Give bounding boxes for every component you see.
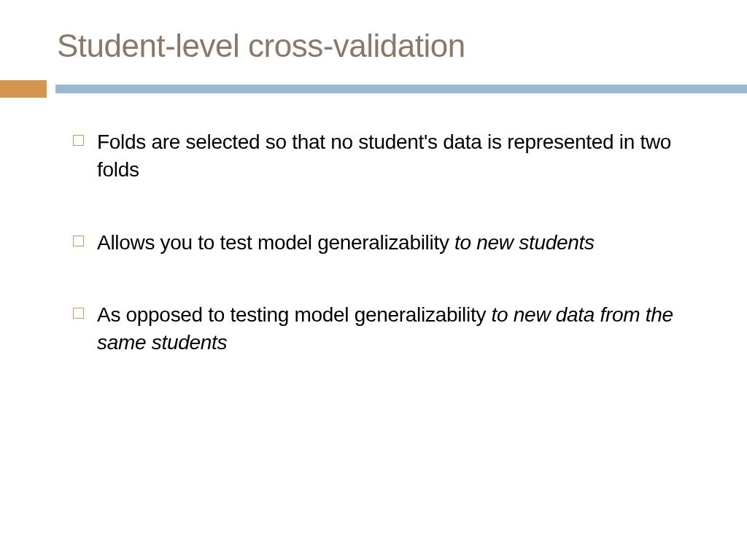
bullet-text: As opposed to testing model generalizabi… <box>97 301 681 357</box>
bullet-item: Folds are selected so that no student's … <box>73 128 681 184</box>
bullet-text-plain: As opposed to testing model generalizabi… <box>97 303 492 326</box>
bullet-text: Folds are selected so that no student's … <box>97 128 681 184</box>
divider-bar <box>0 80 747 98</box>
bullet-text-italic: to new students <box>454 231 595 254</box>
bullet-item: Allows you to test model generalizabilit… <box>73 229 681 257</box>
divider-gap <box>47 85 55 93</box>
bullet-text-plain: Allows you to test model generalizabilit… <box>97 231 454 254</box>
square-bullet-icon <box>73 308 84 319</box>
bullet-item: As opposed to testing model generalizabi… <box>73 301 681 357</box>
slide-container: Student-level cross-validation Folds are… <box>0 0 747 560</box>
divider-orange-block <box>0 80 47 98</box>
bullet-text: Allows you to test model generalizabilit… <box>97 229 595 257</box>
slide-title: Student-level cross-validation <box>0 0 747 64</box>
square-bullet-icon <box>73 236 84 246</box>
content-area: Folds are selected so that no student's … <box>0 98 747 357</box>
divider-blue-line <box>55 85 747 93</box>
square-bullet-icon <box>73 135 84 146</box>
bullet-text-plain: Folds are selected so that no student's … <box>97 131 671 181</box>
